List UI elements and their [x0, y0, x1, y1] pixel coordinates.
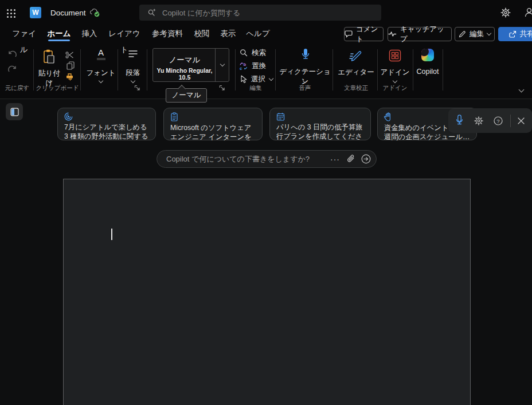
copilot-suggestion-card[interactable]: Microsoft のソフトウェア エンジニア インターンを目指…	[163, 108, 263, 140]
settings-button[interactable]	[500, 7, 511, 18]
copilot-draft-input[interactable]	[157, 155, 330, 163]
svg-text:?: ?	[496, 117, 499, 124]
cut-button[interactable]	[65, 51, 74, 59]
help-button[interactable]: ?	[490, 112, 507, 129]
app-launcher-button[interactable]	[5, 7, 17, 19]
gear-icon	[474, 116, 484, 126]
font-menu-button[interactable]: A フォント	[84, 48, 118, 82]
microphone-icon	[301, 48, 310, 62]
copilot-logo-icon	[421, 49, 434, 61]
catchup-button[interactable]: キャッチアップ	[388, 27, 452, 41]
sidebar-panel-icon	[10, 108, 19, 116]
svg-text:b: b	[244, 62, 247, 67]
addins-button[interactable]: アドイン	[378, 48, 412, 82]
replace-icon: b c	[239, 62, 248, 70]
collapse-ribbon-button[interactable]	[519, 84, 523, 94]
copilot-settings-button[interactable]	[470, 112, 487, 129]
scissors-icon	[65, 51, 74, 59]
font-color-icon: A	[96, 48, 106, 60]
copilot-suggestion-card[interactable]: パリへの 3 日間の低予算旅行プランを作成してください	[269, 108, 371, 140]
broadcast-icon	[64, 112, 149, 121]
chevron-down-icon	[269, 76, 273, 80]
dismiss-copilot-button[interactable]	[513, 112, 530, 129]
chevron-down-icon	[487, 31, 491, 36]
styles-dialog-launcher[interactable]	[219, 85, 225, 91]
style-gallery[interactable]: ノーマル Yu Mincho Regular, 10.5	[152, 48, 229, 82]
editor-button[interactable]: エディター	[335, 48, 377, 82]
replace-button[interactable]: b c 置換	[239, 61, 273, 70]
copilot-ribbon-label: Copilot	[414, 68, 441, 76]
document-canvas[interactable]	[63, 179, 471, 405]
copilot-ribbon-button[interactable]: Copilot	[414, 48, 441, 82]
more-options-icon[interactable]: ···	[330, 155, 340, 164]
copilot-toolbar: ?	[448, 108, 532, 133]
pencil-icon	[459, 30, 466, 38]
account-button[interactable]	[524, 7, 532, 18]
ribbon-separator	[332, 49, 333, 91]
copilot-search-box[interactable]	[139, 5, 381, 21]
microphone-outline-icon	[455, 115, 464, 127]
gear-icon	[500, 7, 511, 18]
copilot-suggestion-card[interactable]: 7月にシアトルで楽しめる 3 種類の野外活動に関する記…	[57, 108, 156, 140]
ribbon-separator	[147, 49, 147, 91]
tab-insert[interactable]: 挿入	[80, 26, 99, 42]
style-gallery-name: ノーマル	[153, 55, 216, 65]
close-icon	[517, 117, 525, 125]
dialog-launcher-icon	[134, 85, 140, 91]
word-logo-icon[interactable]: W	[30, 7, 41, 18]
find-button[interactable]: 検索	[240, 48, 273, 57]
comments-button[interactable]: コメント	[344, 27, 384, 41]
tab-layout[interactable]: レイアウト	[107, 26, 142, 42]
panel-toggle-button[interactable]	[6, 103, 23, 120]
copilot-draft-inputbox[interactable]: ···	[157, 150, 377, 168]
replace-button-label: 置換	[252, 61, 266, 71]
tab-references[interactable]: 参考資料	[151, 26, 183, 42]
send-icon[interactable]	[361, 154, 371, 164]
addins-grid-icon	[389, 49, 401, 62]
voice-group-label: 音声	[279, 84, 331, 92]
undo-icon	[7, 50, 17, 58]
chevron-down-icon	[519, 87, 525, 93]
ribbon-separator	[377, 49, 378, 91]
paragraph-menu-button[interactable]: 段落	[122, 48, 144, 82]
catchup-button-label: キャッチアップ	[400, 25, 451, 44]
text-cursor	[111, 229, 112, 240]
editing-group-label: 編集	[237, 84, 274, 92]
paste-button[interactable]: 貼り付け	[36, 48, 63, 82]
paperclip-icon[interactable]	[347, 155, 355, 163]
tab-file[interactable]: ファイル	[10, 26, 38, 42]
dictation-button[interactable]: ディクテーション	[279, 48, 331, 82]
tab-review[interactable]: 校閲	[193, 26, 211, 42]
tab-view[interactable]: 表示	[219, 26, 237, 42]
copy-button[interactable]	[66, 61, 75, 70]
tab-help[interactable]: ヘルプ	[245, 26, 271, 42]
redo-button[interactable]	[7, 65, 17, 73]
font-menu-label: フォント	[84, 68, 118, 78]
voice-input-button[interactable]	[451, 112, 468, 129]
undo-button[interactable]	[7, 50, 17, 58]
style-gallery-expand-button[interactable]	[215, 49, 229, 81]
ribbon-separator	[443, 49, 443, 91]
edit-mode-button-label: 編集	[470, 29, 484, 39]
chevron-down-icon	[393, 78, 397, 83]
cloud-saved-icon[interactable]	[89, 7, 100, 18]
comments-button-label: コメント	[356, 25, 383, 44]
paragraph-dialog-launcher[interactable]	[134, 85, 140, 91]
calendar-icon	[276, 112, 364, 121]
dialog-launcher-icon	[219, 85, 225, 91]
active-tab-underline	[48, 40, 70, 41]
waffle-icon	[6, 9, 16, 18]
clipboard-icon	[170, 112, 256, 121]
share-button[interactable]: 共有	[498, 27, 532, 41]
chevron-down-icon	[220, 62, 224, 66]
clipboard-group-label: クリップボード	[33, 84, 81, 92]
style-tooltip: ノーマル	[166, 88, 207, 103]
select-arrow-icon	[240, 75, 247, 84]
chevron-down-icon	[99, 78, 103, 83]
document-title[interactable]: Document	[50, 8, 86, 18]
select-button[interactable]: 選択	[240, 74, 277, 84]
copilot-search-input[interactable]	[162, 9, 381, 17]
svg-text:c: c	[240, 65, 242, 70]
edit-mode-button[interactable]: 編集	[455, 27, 495, 41]
format-painter-button[interactable]	[65, 73, 74, 82]
